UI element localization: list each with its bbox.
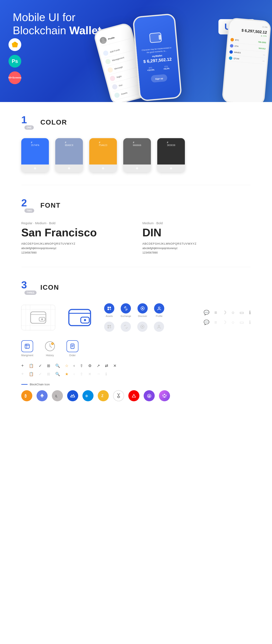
svg-rect-22 — [110, 325, 111, 326]
small-icons-dim: + 📋 ✓ ⊞ 🔍 ★ ‹ ⇧ ✕ → ℹ — [21, 372, 251, 376]
svg-point-49 — [164, 394, 165, 395]
icon-management: Mangment — [21, 340, 33, 357]
ethereum-logo — [36, 390, 48, 401]
swatch-slate: #8DA0C8 — [55, 138, 83, 172]
action-icons-row: Mangment History — [21, 340, 251, 357]
svg-rect-11 — [69, 313, 90, 314]
phone-mockup-3: 12-298 $ 6,297,502.12 ▲ 2.5% BTC 788-200… — [222, 18, 271, 102]
svg-marker-44 — [70, 394, 75, 397]
main-content: 1 ONE COLOR #3574FA #8DA0C8 #F5A623 #666… — [0, 102, 272, 427]
tool-badges: Ps 60+ Screens — [8, 38, 21, 84]
section-number-2: 2 TWO — [21, 198, 36, 213]
icon-exchange-gray — [121, 322, 131, 332]
section-number-3: 3 THREE — [21, 280, 36, 295]
export-icon: ↗ — [97, 364, 100, 368]
litecoin-logo: Ł — [52, 390, 63, 401]
svg-rect-23 — [108, 327, 109, 328]
blockchain-label: BlockChain Icon — [21, 383, 251, 386]
ark-logo — [128, 390, 140, 401]
circle-icon-dim: ○ — [232, 320, 234, 325]
svg-point-19 — [142, 306, 143, 307]
chat-icon-dim: 💬 — [204, 320, 209, 325]
icon-history: History — [44, 340, 56, 357]
icon-assets: Assets — [104, 303, 114, 317]
plus-icon: + — [21, 363, 24, 368]
phone-mockups: Profile Add Funds Management Message Nig… — [81, 8, 272, 102]
svg-rect-14 — [108, 307, 109, 308]
svg-point-25 — [142, 326, 143, 327]
font-san-francisco: Regular · Medium · Bold San Francisco AB… — [21, 221, 130, 254]
svg-line-32 — [50, 346, 52, 348]
plus-icon-dim: + — [21, 372, 24, 376]
message-icon-dim: ▭ — [240, 320, 244, 325]
info-icon-dim2: ℹ — [106, 372, 107, 376]
wallet-icon-filled — [68, 308, 92, 327]
icon-profile: Profile — [154, 303, 164, 317]
font-grid: Regular · Medium · Bold San Francisco AB… — [21, 221, 251, 254]
search-icon-dim: 🔍 — [55, 372, 60, 376]
swatch-gray: #666666 — [123, 138, 151, 172]
svg-point-26 — [158, 325, 160, 327]
color-section: 1 ONE COLOR #3574FA #8DA0C8 #F5A623 #666… — [21, 102, 251, 185]
icon-profile-gray — [154, 322, 164, 332]
wallet-icon-grid — [21, 305, 55, 330]
polkadot-logo — [159, 390, 170, 401]
small-icons-active: + 📋 ✓ ⊞ 🔍 ☆ ‹ ⇧ ⚙ ↗ ⇄ ✕ — [21, 363, 251, 368]
icon-section: 3 THREE ICON — [21, 267, 251, 427]
svg-point-51 — [162, 395, 164, 396]
search-icon: 🔍 — [55, 364, 60, 368]
star-icon: ☆ — [65, 364, 68, 368]
icon-order: Order — [66, 340, 78, 357]
hero-section: Mobile UI for Blockchain Wallet UI Kit P… — [0, 0, 272, 102]
share-icon-dim: ⇧ — [80, 372, 83, 376]
icon-discover-gray — [137, 322, 148, 332]
waves-logo — [67, 390, 78, 401]
svg-text:Đ: Đ — [86, 394, 88, 398]
swatch-blue: #3574FA — [21, 138, 49, 172]
star-icon-filled: ★ — [65, 372, 68, 376]
svg-point-50 — [164, 396, 165, 398]
layers-icon: ≡ — [214, 310, 217, 316]
font-din: Medium · Bold DIN ABCDEFGHIJKLMNOPQRSTUV… — [142, 221, 251, 254]
font-section-header: 2 TWO FONT — [21, 198, 251, 213]
message-icon: ▭ — [240, 310, 244, 316]
color-section-header: 1 ONE COLOR — [21, 115, 251, 130]
svg-point-13 — [84, 319, 86, 321]
icon-section-header: 3 THREE ICON — [21, 280, 251, 295]
polygon-logo — [144, 390, 155, 401]
swatch-dark: #303030 — [157, 138, 185, 172]
crypto-logos: ₿ Ł Đ — [21, 390, 251, 401]
chat-icon: 💬 — [204, 310, 209, 316]
check-icon: ✓ — [39, 364, 42, 368]
font-section: 2 TWO FONT Regular · Medium · Bold San F… — [21, 185, 251, 267]
svg-text:Z: Z — [101, 394, 104, 398]
svg-text:Ł: Ł — [56, 394, 58, 398]
svg-rect-21 — [108, 325, 109, 326]
x-icon-dim: ✕ — [88, 372, 92, 376]
misc-icons: 💬 ≡ ☽ ○ ▭ ℹ 💬 ≡ ☽ ○ ▭ ℹ — [204, 310, 251, 325]
close-icon: ✕ — [113, 364, 116, 368]
check-icon-dim: ✓ — [39, 372, 42, 376]
share-icon: ⇧ — [80, 364, 83, 368]
svg-point-52 — [166, 395, 166, 396]
qr-icon: ⊞ — [47, 364, 50, 368]
zcash-logo: Z — [98, 390, 109, 401]
gear-icon: ⚙ — [88, 364, 92, 368]
nav-icons-labeled: Assets Exchange — [104, 303, 164, 332]
iota-logo — [113, 390, 124, 401]
sketch-badge — [8, 38, 21, 51]
svg-point-53 — [163, 396, 164, 397]
icon-exchange: Exchange — [121, 303, 131, 317]
phone-mockup-2: Character may be masterminded in the goo… — [132, 13, 182, 102]
info-icon: ℹ — [249, 310, 251, 316]
info-icon-dim: ℹ — [249, 320, 251, 325]
svg-rect-15 — [110, 307, 111, 308]
chevron-left-icon: ‹ — [74, 364, 75, 368]
layers-icon-dim: ≡ — [214, 320, 217, 325]
bitcoin-logo: ₿ — [21, 390, 32, 401]
svg-point-5 — [101, 40, 107, 45]
dash-logo: Đ — [82, 390, 94, 401]
swatch-orange: #F5A623 — [89, 138, 117, 172]
section-number-1: 1 ONE — [21, 115, 36, 130]
screens-badge: 60+ Screens — [8, 72, 21, 84]
